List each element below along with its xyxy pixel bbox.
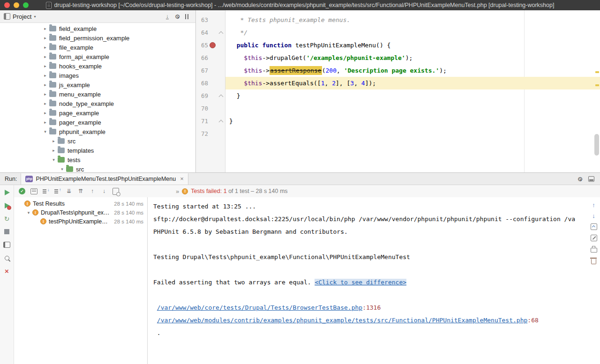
clear-console-icon[interactable] — [591, 259, 596, 264]
warning-stripe-mark[interactable] — [595, 71, 599, 73]
console-output[interactable]: Testing started at 13:25 ...sftp://docke… — [148, 197, 587, 364]
stop-button[interactable] — [2, 227, 12, 237]
editor-line[interactable]: 71} — [196, 115, 600, 127]
export-icon[interactable] — [591, 223, 597, 230]
gutter-icon-slot — [208, 89, 217, 102]
close-window-button[interactable] — [4, 2, 10, 8]
test-history-button[interactable] — [112, 187, 120, 195]
project-item-field_permission_example[interactable]: ▸field_permission_example — [0, 33, 195, 43]
project-item-menu_example[interactable]: ▸menu_example — [0, 89, 195, 99]
sort-alphabetically-button[interactable] — [41, 187, 50, 195]
file-link[interactable]: /var/www/web/core/tests/Drupal/Tests/Bro… — [157, 304, 362, 311]
project-item-page_example[interactable]: ▸page_example — [0, 108, 195, 118]
code-token: 4 — [361, 80, 365, 87]
project-item-form_api_example[interactable]: ▸form_api_example — [0, 52, 195, 61]
project-item-src[interactable]: ▾src — [0, 164, 195, 172]
chevron-expanded-icon[interactable]: ▾ — [50, 157, 58, 162]
test-node[interactable]: !Test Results28 s 140 ms — [14, 199, 147, 208]
toggle-auto-test-button[interactable]: ↻ — [2, 214, 12, 223]
project-item-tests[interactable]: ▾tests — [0, 155, 195, 164]
chevron-collapsed-icon[interactable]: ▸ — [41, 73, 49, 78]
project-item-js_example[interactable]: ▸js_example — [0, 80, 195, 89]
print-icon[interactable] — [591, 248, 597, 253]
project-item-hooks_example[interactable]: ▸hooks_example — [0, 61, 195, 71]
collapse-all-button[interactable]: ⇈ — [76, 187, 85, 195]
editor-scrollbar[interactable] — [594, 134, 599, 156]
code-token — [229, 54, 244, 61]
next-failed-button[interactable]: ↓ — [100, 187, 108, 195]
hide-tool-window-icon[interactable] — [588, 176, 594, 182]
chevron-collapsed-icon[interactable]: ▸ — [50, 139, 58, 143]
show-ignored-button[interactable] — [30, 187, 38, 195]
editor-line[interactable]: 68 $this->assertEquals([1, 2], [3, 4]); — [196, 77, 600, 89]
editor-line[interactable]: 67 $this->assertResponse(200, 'Descripti… — [196, 64, 600, 77]
project-item-field_example[interactable]: ▸field_example — [0, 24, 195, 33]
down-stack-trace-icon[interactable]: ↓ — [592, 213, 595, 219]
project-item-pager_example[interactable]: ▸pager_example — [0, 118, 195, 127]
chevron-collapsed-icon[interactable]: ▸ — [41, 101, 49, 106]
project-item-images[interactable]: ▸images — [0, 71, 195, 80]
chevron-expanded-icon[interactable]: ▾ — [58, 167, 66, 171]
chevron-expanded-icon[interactable]: ▾ — [25, 210, 32, 215]
chevron-collapsed-icon[interactable]: ▸ — [41, 92, 49, 97]
close-run-button[interactable]: × — [2, 266, 12, 276]
folder-icon — [49, 129, 56, 134]
project-item-node_type_example[interactable]: ▸node_type_example — [0, 99, 195, 108]
project-item-file_example[interactable]: ▸file_example — [0, 43, 195, 52]
editor-line[interactable]: 69 } — [196, 89, 600, 102]
close-tab-icon[interactable]: × — [180, 176, 184, 182]
sort-by-duration-button[interactable] — [53, 187, 61, 195]
chevron-collapsed-icon[interactable]: ▸ — [41, 26, 49, 31]
chevron-collapsed-icon[interactable]: ▸ — [41, 82, 49, 87]
run-settings-button[interactable]: ⚙▾ — [578, 175, 582, 183]
pin-tab-button[interactable] — [2, 253, 12, 263]
rerun-tests-button[interactable] — [2, 187, 12, 197]
diff-link[interactable]: <Click to see difference> — [315, 279, 406, 286]
test-node[interactable]: !testPhpUnitExampleMenu28 s 140 ms — [14, 217, 147, 226]
minimize-window-button[interactable] — [14, 2, 19, 8]
zoom-window-button[interactable] — [23, 2, 29, 8]
show-passed-button[interactable]: ✓ — [18, 187, 26, 195]
editor-line[interactable]: 72 — [196, 127, 600, 140]
fold-marker-icon[interactable] — [219, 94, 224, 99]
chevron-expanded-icon[interactable]: ▾ — [41, 129, 49, 134]
project-item-templates[interactable]: ▸templates — [0, 146, 195, 155]
editor-line[interactable]: 63 * Tests phpunit_example menus. — [196, 14, 600, 26]
fold-marker-icon[interactable] — [219, 31, 224, 36]
chevron-collapsed-icon[interactable]: ▸ — [41, 64, 49, 68]
editor-line[interactable]: 64 */ — [196, 26, 600, 39]
fold-marker-icon[interactable] — [219, 119, 224, 124]
code-token: */ — [229, 29, 248, 36]
run-tab[interactable]: php PHPUnitExampleMenuTest.testPhpUnitEx… — [21, 173, 188, 185]
up-stack-trace-icon[interactable]: ↑ — [592, 202, 595, 208]
editor-line[interactable]: 66 $this->drupalGet('/examples/phpunit-e… — [196, 52, 600, 64]
more-chevron-icon[interactable]: » — [176, 188, 179, 195]
project-panel-header[interactable]: Project ▾ ↓ ⚙▾ — [0, 10, 195, 23]
previous-failed-button[interactable]: ↑ — [88, 187, 97, 195]
project-item-phpunit_example[interactable]: ▾phpunit_example — [0, 127, 195, 136]
warning-stripe-mark[interactable] — [595, 84, 599, 86]
chevron-down-icon[interactable]: ▾ — [34, 15, 36, 19]
project-item-src[interactable]: ▸src — [0, 136, 195, 146]
collapse-all-icon[interactable]: ↓ — [166, 14, 169, 19]
rerun-failed-tests-button[interactable] — [2, 201, 12, 210]
chevron-collapsed-icon[interactable]: ▸ — [41, 54, 49, 59]
chevron-collapsed-icon[interactable]: ▸ — [41, 45, 49, 50]
edit-source-icon[interactable] — [591, 235, 597, 241]
expand-all-button[interactable]: ⇊ — [65, 187, 73, 195]
chevron-collapsed-icon[interactable]: ▸ — [41, 36, 49, 40]
folder-name: form_api_example — [59, 53, 109, 60]
project-settings-button[interactable]: ⚙▾ — [175, 13, 179, 20]
hide-panel-icon[interactable] — [185, 14, 190, 19]
chevron-collapsed-icon[interactable]: ▸ — [50, 148, 58, 153]
editor[interactable]: 63 * Tests phpunit_example menus.64 */65… — [196, 10, 600, 172]
test-node[interactable]: ▾!Drupal\Tests\phpunit_example\Functiona… — [14, 208, 147, 217]
gutter-fold-slot — [217, 14, 225, 26]
file-link[interactable]: /var/www/web/modules/contrib/examples/ph… — [157, 317, 528, 324]
chevron-collapsed-icon[interactable]: ▸ — [41, 111, 49, 115]
editor-line[interactable]: 65 public function testPhpUnitExampleMen… — [196, 39, 600, 52]
chevron-collapsed-icon[interactable]: ▸ — [41, 120, 49, 125]
restore-layout-button[interactable] — [2, 240, 12, 250]
test-failed-gutter-icon[interactable] — [210, 42, 216, 48]
editor-line[interactable]: 70 — [196, 102, 600, 115]
